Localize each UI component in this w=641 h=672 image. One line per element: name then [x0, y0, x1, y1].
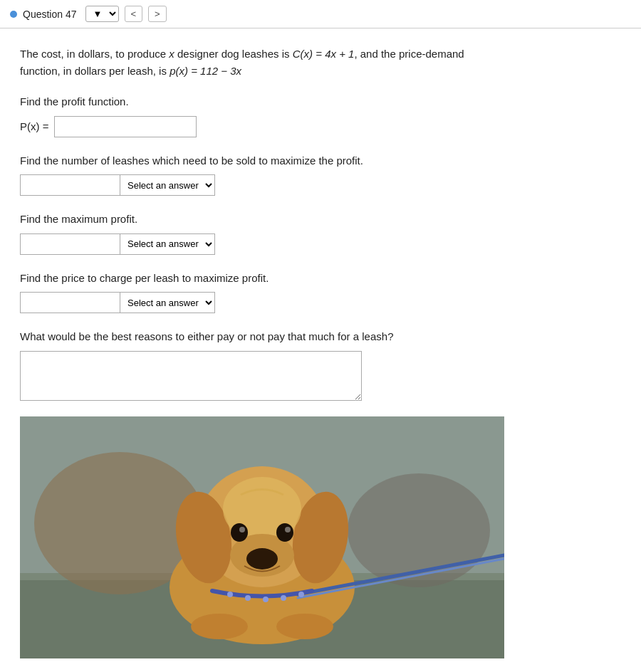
svg-point-21: [245, 595, 251, 601]
svg-point-13: [276, 523, 293, 542]
price-per-leash-row: Select an answer: [20, 292, 621, 313]
question-nav-dropdown[interactable]: ▼: [85, 6, 119, 22]
section-best-reasons: What would be the best reasons to either…: [20, 329, 621, 401]
num-leashes-row: Select an answer: [20, 174, 621, 196]
svg-point-11: [246, 548, 278, 569]
max-profit-text-input[interactable]: [20, 233, 120, 255]
profit-function-input[interactable]: [54, 116, 197, 137]
price-function: p(x) = 112 − 3x: [170, 65, 241, 77]
page-container: Question 47 ▼ < > The cost, in dollars, …: [0, 0, 641, 672]
svg-point-15: [285, 527, 291, 532]
profit-input-row: P(x) =: [20, 116, 621, 137]
content-area: The cost, in dollars, to produce x desig…: [0, 28, 641, 672]
var-x: x: [169, 48, 174, 60]
svg-point-14: [239, 527, 245, 532]
question-label: Question 47: [23, 9, 77, 20]
price-per-leash-text-input[interactable]: [20, 292, 120, 313]
num-leashes-label: Find the number of leashes which need to…: [20, 153, 621, 169]
svg-point-22: [263, 597, 269, 602]
prev-button[interactable]: <: [125, 6, 143, 22]
dog-image: [20, 416, 504, 658]
profit-prefix: P(x) =: [20, 120, 48, 132]
best-reasons-label: What would be the best reasons to either…: [20, 329, 621, 345]
problem-description: The cost, in dollars, to produce x desig…: [20, 46, 621, 80]
profit-function-label: Find the profit function.: [20, 94, 621, 110]
question-dot: [10, 11, 17, 18]
price-per-leash-label: Find the price to charge per leash to ma…: [20, 271, 621, 287]
num-leashes-text-input[interactable]: [20, 174, 120, 196]
num-leashes-select[interactable]: Select an answer: [120, 174, 215, 196]
cost-function: C(x) = 4x + 1: [293, 48, 355, 60]
svg-point-20: [227, 592, 233, 597]
next-button[interactable]: >: [148, 6, 167, 22]
max-profit-select[interactable]: Select an answer: [120, 233, 215, 255]
section-profit-function: Find the profit function. P(x) =: [20, 94, 621, 137]
svg-point-23: [281, 595, 286, 601]
best-reasons-textarea[interactable]: [20, 351, 362, 401]
section-max-profit: Find the maximum profit. Select an answe…: [20, 211, 621, 255]
dog-svg: [20, 416, 504, 658]
max-profit-label: Find the maximum profit.: [20, 211, 621, 228]
top-bar: Question 47 ▼ < >: [0, 0, 641, 28]
section-num-leashes: Find the number of leashes which need to…: [20, 153, 621, 196]
svg-point-16: [191, 614, 248, 639]
section-price-per-leash: Find the price to charge per leash to ma…: [20, 271, 621, 314]
max-profit-row: Select an answer: [20, 233, 621, 255]
svg-point-24: [298, 592, 304, 597]
svg-point-12: [231, 523, 248, 542]
price-per-leash-select[interactable]: Select an answer: [120, 292, 215, 313]
svg-point-17: [276, 614, 333, 639]
